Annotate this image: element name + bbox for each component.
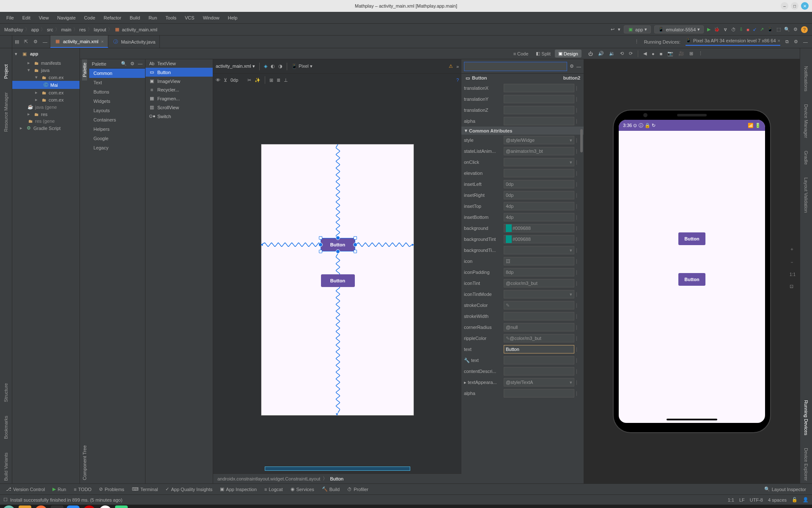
rail-structure[interactable]: Structure [3,381,8,405]
attr-value-field[interactable] [504,367,574,375]
palette-item-scrollview[interactable]: ▥ScrollView [145,103,213,112]
menu-file[interactable]: File [3,14,18,22]
sync-icon[interactable]: ↩ [611,27,614,32]
attr-value-field[interactable]: 0dp [504,180,574,188]
design-surface[interactable]: ◂ ▸ ▾ Button Button [213,86,461,473]
menu-build[interactable]: Build [126,14,144,22]
night-mode-icon[interactable]: ◑ [278,64,283,69]
bottom-app-quality[interactable]: ✓ App Quality Insights [162,486,216,493]
attr-more-icon[interactable]: ⎸ [576,226,581,231]
android-studio-icon[interactable]: ▲ [115,505,128,508]
tree-item[interactable]: ▸🖿com.ex [12,89,80,96]
palette-category-widgets[interactable]: Widgets [89,97,145,106]
project-root-label[interactable]: app [30,51,38,56]
attr-more-icon[interactable]: ⎸ [576,380,581,385]
line-separator[interactable]: LF [739,497,745,502]
palette-category-text[interactable]: Text [89,78,145,87]
tree-item[interactable]: ▸🖿res [12,110,80,118]
files-app-icon[interactable]: 🖿 [19,505,31,508]
warning-icon[interactable]: ⚠ [449,64,453,69]
attr-value-field[interactable]: ✎ @color/m3_but [504,334,574,342]
bottom-profiler[interactable]: ⏱ Profiler [344,486,372,493]
bottom-services[interactable]: ◉ Services [287,486,318,493]
tree-item-selected[interactable]: ⒸMai [12,81,80,89]
rail-gradle[interactable]: Gradle [804,148,809,167]
expand-icon[interactable]: ⇱ [24,39,28,44]
rail-project[interactable]: Project [3,62,8,81]
attr-value-field[interactable]: @animator/m3_bt [504,147,574,155]
palette-category-helpers[interactable]: Helpers [89,124,145,134]
canvas-button-selected[interactable]: Button [321,238,355,251]
canvas-file-selector[interactable]: activity_main.xml ▾ [216,64,255,69]
zoom-reset-button[interactable]: ⊡ [790,284,796,289]
readonly-icon[interactable]: 🔓 [792,497,798,502]
crumb[interactable]: res [80,27,86,32]
hide-icon[interactable]: — [803,39,808,44]
attr-value-field[interactable]: 4dp [504,213,574,221]
menu-code[interactable]: Code [80,14,99,22]
attr-value-field[interactable]: #009688 [504,235,574,243]
device-selector[interactable]: 📱emulator-5554▾ [654,25,704,33]
palette-item-imageview[interactable]: ▣ImageView [145,77,213,86]
attr-value-field[interactable]: 4dp [504,202,574,210]
scrollbar-thumb[interactable] [580,129,583,152]
crumb[interactable]: app [31,27,39,32]
rail-device-explorer[interactable]: Device Explorer [804,445,809,483]
attr-more-icon[interactable]: ⎸ [576,215,581,220]
rail-notifications[interactable]: Notifications [804,64,809,94]
coverage-button[interactable]: ⛛ [723,27,728,32]
project-toggle-icon[interactable]: ▤ [15,39,19,44]
indent-setting[interactable]: 4 spaces [768,497,787,502]
attr-value-field[interactable]: ▾ [504,158,574,166]
bottom-layout-inspector[interactable]: 🔍 Layout Inspector [761,486,809,493]
close-icon[interactable]: × [778,38,780,43]
attr-value-field[interactable]: @color/m3_but [504,279,574,287]
palette-vtab[interactable]: Palette [82,59,87,80]
collapse-icon[interactable]: ▾ [15,51,19,57]
design-view-button[interactable]: ▣Design [555,50,582,58]
tree-item[interactable]: ▾🖿java [12,66,80,74]
menu-edit[interactable]: Edit [19,14,34,22]
profile-button[interactable]: ⏱ [731,27,736,32]
attr-value-field[interactable]: @style/Widge▾ [504,136,574,144]
screenshot-icon[interactable]: 📷 [667,51,673,56]
palette-category-buttons[interactable]: Buttons [89,87,145,97]
rail-resource-manager[interactable]: Resource Manager [3,90,8,135]
attr-value-field[interactable]: @style/TextA▾ [504,378,574,387]
crumb[interactable]: main [61,27,71,32]
menu-view[interactable]: View [35,14,53,22]
palette-category-containers[interactable]: Containers [89,115,145,124]
crumb[interactable]: Mathplay [4,27,23,32]
infer-constraints-icon[interactable]: ✨ [255,77,261,83]
palette-item-textview[interactable]: AbTextView [145,59,213,68]
file-encoding[interactable]: UTF-8 [750,497,763,502]
avd-manager-button[interactable]: 📱 [767,27,773,32]
palette-item-recycler[interactable]: ≡Recycler... [145,86,213,94]
emulator-app-button[interactable]: Button [678,273,705,286]
search-everywhere-button[interactable]: 🔍 [784,27,790,32]
canvas-button[interactable]: Button [321,274,355,287]
caret-position[interactable]: 1:1 [728,497,734,502]
menu-help[interactable]: Help [224,14,241,22]
window-minimize-button[interactable]: – [781,2,788,10]
tree-item[interactable]: ▸🖿com.ex [12,96,80,103]
status-toggle-icon[interactable]: ☐ [3,497,8,502]
rail-build-variants[interactable]: Build Variants [3,450,8,483]
rail-layout-validation[interactable]: Layout Validation [804,175,809,215]
rail-running-devices[interactable]: Running Devices [804,398,809,438]
emulator-app-button[interactable]: Button [678,232,705,245]
attr-more-icon[interactable]: ⎸ [576,314,581,319]
attr-value-field[interactable] [504,356,574,364]
attr-value-field[interactable] [504,389,574,398]
split-view-button[interactable]: ◧Split [532,50,554,58]
zoom-in-button[interactable]: ＋ [790,246,796,252]
menu-tools[interactable]: Tools [162,14,180,22]
attr-more-icon[interactable]: ⎸ [576,171,581,176]
device-preview-selector[interactable]: 📱 Pixel ▾ [291,64,313,69]
hide-icon[interactable]: — [138,61,143,66]
attach-debugger-button[interactable]: ⇩ [739,27,743,32]
emulator-screen[interactable]: 3:36 ⊙ ⓘ 🔒 ↻ 📶 🔋 Button Button [619,120,765,423]
hide-icon[interactable]: — [43,39,47,44]
attr-more-icon[interactable]: ⎸ [576,292,581,297]
attr-more-icon[interactable]: ⎸ [576,248,581,253]
